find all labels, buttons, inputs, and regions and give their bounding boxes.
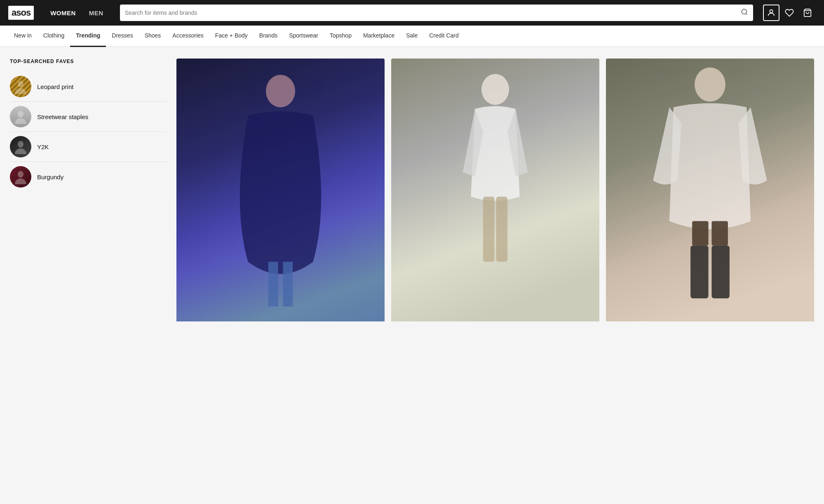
trending-label: Leopard print	[37, 83, 73, 90]
avatar-image	[10, 166, 31, 188]
nav-topshop[interactable]: Topshop	[324, 26, 357, 47]
asos-logo[interactable]: asos	[8, 6, 34, 20]
svg-point-2	[770, 10, 772, 13]
svg-point-14	[695, 68, 725, 102]
gender-nav: WOMEN MEN	[44, 6, 110, 20]
bag-button[interactable]	[799, 5, 816, 21]
wishlist-button[interactable]	[781, 5, 798, 21]
avatar-image	[10, 106, 31, 127]
svg-rect-13	[496, 197, 507, 262]
avatar-image	[10, 136, 31, 157]
list-item[interactable]: Streetwear staples	[10, 102, 167, 132]
nav-credit-card[interactable]: Credit Card	[423, 26, 465, 47]
search-bar	[120, 5, 753, 21]
svg-point-7	[18, 171, 23, 178]
gender-men[interactable]: MEN	[82, 6, 110, 20]
avatar	[10, 106, 31, 127]
gender-women[interactable]: WOMEN	[44, 6, 82, 20]
nav-shoes[interactable]: Shoes	[139, 26, 167, 47]
promo-card-bg: GORPCORE GEAR	[391, 59, 599, 321]
svg-rect-9	[268, 262, 278, 306]
svg-rect-15	[692, 221, 708, 246]
nav-accessories[interactable]: Accessories	[167, 26, 209, 47]
main-nav: New in Clothing Trending Dresses Shoes A…	[0, 26, 824, 47]
site-header: asos WOMEN MEN	[0, 0, 824, 26]
list-item[interactable]: Burgundy	[10, 162, 167, 192]
svg-point-8	[266, 75, 295, 107]
trending-label: Streetwear staples	[37, 113, 88, 120]
avatar-image	[10, 76, 31, 97]
list-item[interactable]: Y2K	[10, 132, 167, 162]
svg-point-11	[481, 74, 509, 105]
promo-cards-panel: ROMANTIC ERA GORPCORE GEAR	[176, 59, 814, 321]
avatar	[10, 136, 31, 157]
avatar	[10, 76, 31, 97]
svg-line-1	[746, 13, 747, 14]
account-button[interactable]	[763, 5, 779, 21]
nav-clothing[interactable]: Clothing	[38, 26, 70, 47]
list-item[interactable]: Leopard print	[10, 72, 167, 102]
svg-rect-18	[711, 246, 729, 298]
svg-point-6	[18, 141, 23, 148]
nav-sale[interactable]: Sale	[400, 26, 423, 47]
promo-card-bg: SHOP IT-GIRL LOOKS	[606, 59, 814, 321]
nav-marketplace[interactable]: Marketplace	[357, 26, 400, 47]
promo-card-romantic[interactable]: ROMANTIC ERA	[176, 59, 385, 321]
svg-rect-12	[483, 197, 495, 262]
promo-card-bg: ROMANTIC ERA	[176, 59, 385, 321]
promo-card-gorpcore[interactable]: GORPCORE GEAR	[391, 59, 599, 321]
svg-point-0	[742, 9, 747, 14]
svg-rect-10	[283, 262, 293, 306]
svg-rect-17	[690, 246, 708, 298]
trending-dropdown: TOP-SEARCHED FAVES Leopard print Streetw…	[0, 47, 824, 321]
nav-trending[interactable]: Trending	[70, 26, 106, 47]
search-button[interactable]	[741, 8, 748, 17]
top-searched-title: TOP-SEARCHED FAVES	[10, 59, 167, 64]
nav-sportswear[interactable]: Sportswear	[283, 26, 324, 47]
svg-point-4	[18, 81, 23, 87]
top-searched-panel: TOP-SEARCHED FAVES Leopard print Streetw…	[10, 59, 167, 321]
nav-face-body[interactable]: Face + Body	[209, 26, 254, 47]
promo-card-itgirl[interactable]: SHOP IT-GIRL LOOKS	[606, 59, 814, 321]
trending-label: Y2K	[37, 143, 49, 150]
nav-new-in[interactable]: New in	[8, 26, 38, 47]
header-icons	[763, 5, 816, 21]
svg-rect-16	[711, 221, 728, 246]
avatar	[10, 166, 31, 188]
nav-dresses[interactable]: Dresses	[106, 26, 139, 47]
trending-label: Burgundy	[37, 173, 63, 181]
nav-brands[interactable]: Brands	[254, 26, 283, 47]
svg-point-5	[18, 111, 23, 117]
search-input[interactable]	[125, 9, 741, 16]
